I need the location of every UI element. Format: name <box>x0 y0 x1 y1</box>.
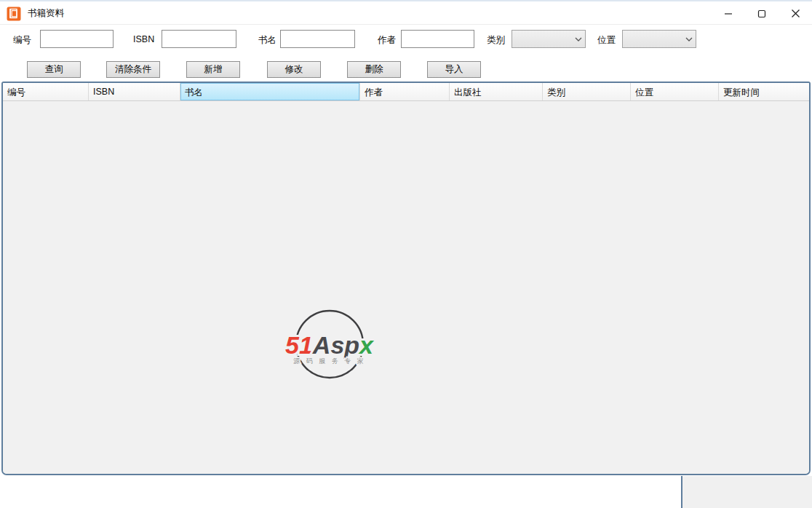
minimize-icon <box>724 9 733 18</box>
chevron-down-icon <box>572 37 585 41</box>
bottom-strip <box>0 476 812 508</box>
maximize-icon <box>757 9 766 18</box>
query-button[interactable]: 查询 <box>27 61 81 78</box>
maximize-button[interactable] <box>745 3 779 25</box>
isbn-field[interactable] <box>162 30 236 48</box>
table-body-empty: 51Aspx 源 码 服 务 专 家 <box>3 101 809 475</box>
column-header-id[interactable]: 编号 <box>3 83 89 100</box>
bottom-right-panel <box>681 476 812 508</box>
table-header-row: 编号 ISBN 书名 作者 出版社 类别 位置 更新时间 <box>3 83 809 101</box>
column-header-publisher[interactable]: 出版社 <box>450 83 543 100</box>
app-window: 书籍资料 编号 ISBN 书名 作者 类 <box>0 0 812 508</box>
name-field-label: 书名 <box>258 34 276 47</box>
titlebar: 书籍资料 <box>0 3 812 25</box>
isbn-field-label: ISBN <box>133 34 154 44</box>
location-select[interactable] <box>622 30 696 48</box>
close-button[interactable] <box>779 3 812 25</box>
column-header-category[interactable]: 类别 <box>543 83 631 100</box>
category-select[interactable] <box>512 30 586 48</box>
books-table: 编号 ISBN 书名 作者 出版社 类别 位置 更新时间 51Aspx 源 码 … <box>1 82 811 475</box>
column-header-author[interactable]: 作者 <box>360 83 450 100</box>
add-button[interactable]: 新增 <box>186 61 240 78</box>
clear-button[interactable]: 清除条件 <box>106 61 160 78</box>
51aspx-watermark-logo: 51Aspx 源 码 服 务 专 家 <box>275 308 384 385</box>
author-field-label: 作者 <box>378 34 396 47</box>
close-icon <box>791 9 800 18</box>
delete-button[interactable]: 删除 <box>347 61 401 78</box>
window-title: 书籍资料 <box>28 7 64 20</box>
brand-text: 51Aspx <box>285 331 375 359</box>
import-button[interactable]: 导入 <box>427 61 481 78</box>
column-header-isbn[interactable]: ISBN <box>89 83 180 100</box>
name-field[interactable] <box>280 30 355 48</box>
column-header-name[interactable]: 书名 <box>180 83 360 100</box>
edit-button[interactable]: 修改 <box>267 61 321 78</box>
book-icon <box>7 7 21 21</box>
brand-tagline: 源 码 服 务 专 家 <box>293 357 366 365</box>
author-field[interactable] <box>401 30 474 48</box>
id-field-label: 编号 <box>13 34 31 47</box>
id-field[interactable] <box>40 30 114 48</box>
column-header-location[interactable]: 位置 <box>631 83 719 100</box>
column-header-updated[interactable]: 更新时间 <box>719 83 809 100</box>
minimize-button[interactable] <box>712 3 745 25</box>
chevron-down-icon <box>682 37 696 41</box>
location-select-label: 位置 <box>597 34 616 47</box>
category-select-label: 类别 <box>487 34 505 47</box>
window-controls <box>712 3 812 25</box>
